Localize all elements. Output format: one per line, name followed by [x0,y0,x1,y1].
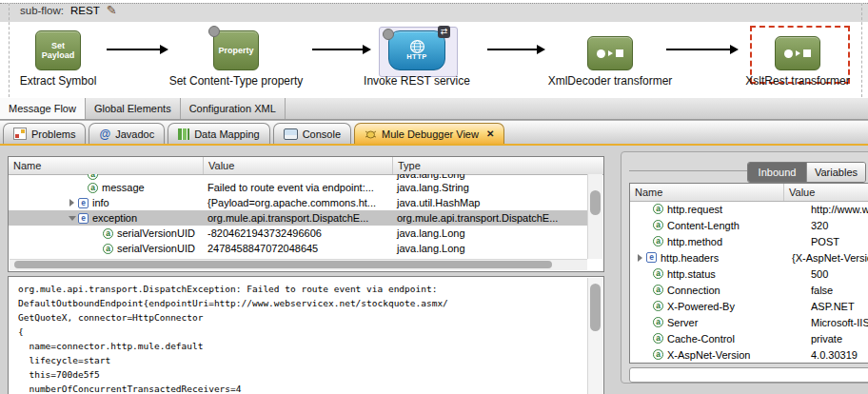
attribute-icon: a [653,268,663,279]
inspector-row-Server[interactable]: aServerMicrosoft-IIS/7.0 [630,314,868,330]
row-value: http://www.webs [807,204,868,215]
scrollbar-thumb[interactable] [14,261,552,268]
exception-vertical-scrollbar[interactable] [587,278,602,394]
row-name: info [92,197,109,208]
tab-console[interactable]: Console [273,123,351,144]
node-label: Set Content-Type property [169,74,304,88]
expand-arrow-icon[interactable] [634,251,646,265]
flow-node-xsltrest-transformer[interactable]: XsltRest transformer [717,27,868,88]
attribute-icon: a [103,228,113,239]
column-header-name[interactable]: Name [9,157,204,174]
row-name: message [102,182,145,193]
tree-row-serialVersionUID[interactable]: aserialVersionUID2478458847072048645java… [9,241,587,256]
breakpoint-dot-icon[interactable] [383,29,394,40]
scrollbar-thumb[interactable] [590,284,601,331]
inspector-row-Connection[interactable]: aConnectionfalse [630,282,868,298]
exception-text: org.mule.api.transport.DispatchException… [9,277,603,394]
row-value: -8204621943732496606 [204,227,393,239]
data-mapping-icon [178,128,189,140]
message-tree-table: Name Value Type ajava.lang.LongamessageF… [8,156,604,272]
inspector-row-http.headers[interactable]: ehttp.headers{X-AspNet-Versio [630,249,868,266]
expand-arrow-icon[interactable] [66,196,78,209]
row-value: {X-AspNet-Versio [788,252,868,264]
scrollbar-thumb[interactable] [590,190,601,215]
flow-node-extract-symbol[interactable]: Set Payload Extract Symbol [0,27,139,88]
set-payload-icon: Set Payload [35,30,81,70]
flow-arrow [666,49,731,50]
attribute-icon: a [653,301,663,311]
node-label: XsltRest transformer [745,74,849,88]
row-name: X-AspNet-Version [667,349,750,361]
flow-node-xmldecoder-transformer[interactable]: XmlDecoder transformer [529,27,691,88]
tree-table-body: ajava.lang.LongamessageFailed to route e… [9,174,587,259]
tree-horizontal-scrollbar[interactable] [10,259,587,270]
tree-row-info[interactable]: einfo{Payload=org.apache.commons.ht...ja… [9,195,587,210]
element-icon: e [646,252,657,263]
debugger-bug-icon [365,128,377,140]
mule-studio-window: sub-flow: REST ✎ Set Payload Extract Sym… [0,0,868,394]
row-name: http.status [667,268,716,280]
mule-debugger-content: Name Value Type ajava.lang.LongamessageF… [0,144,868,394]
subflow-label: sub-flow: [20,5,64,16]
tab-configuration-xml[interactable]: Configuration XML [181,98,286,119]
inspector-tab-group: Inbound Variables [747,162,866,183]
problems-icon [13,128,27,140]
flow-arrow [487,49,538,50]
column-header-value[interactable]: Value [784,184,868,201]
tab-problems[interactable]: Problems [3,123,86,144]
row-value: false [807,285,868,296]
tree-table-header: Name Value Type [9,157,603,175]
node-label: Extract Symbol [20,74,97,88]
tree-row-message[interactable]: amessageFailed to route event via endpoi… [9,180,587,195]
row-value: ASP.NET [807,301,868,312]
column-header-value[interactable]: Value [204,157,393,174]
row-name: X-Powered-By [667,301,735,312]
flow-node-invoke-rest-service[interactable]: ⇄ HTTP Invoke REST service [336,27,498,88]
property-icon: Property [213,30,259,70]
subflow-scope-strip [0,3,868,22]
row-name: serialVersionUID [117,227,195,239]
tree-row-serialVersionUID[interactable]: aserialVersionUID-8204621943732496606jav… [9,226,587,241]
row-name: Connection [667,285,720,296]
inspector-row-Cache-Control[interactable]: aCache-Controlprivate [630,330,868,346]
column-header-type[interactable]: Type [393,157,603,174]
node-label: Invoke REST service [364,74,470,88]
column-header-name[interactable]: Name [630,184,784,201]
tree-vertical-scrollbar[interactable] [587,174,602,259]
attribute-icon: a [653,285,663,295]
inspector-table-body: ahttp.requesthttp://www.websaContent-Len… [630,201,868,363]
inspector-row-X-Powered-By[interactable]: aX-Powered-ByASP.NET [630,298,868,314]
transformer-icon [775,36,820,70]
view-tab-bar: Problems @ Javadoc Data Mapping Console … [0,120,868,144]
collapse-arrow-icon[interactable] [66,211,78,225]
attribute-icon: a [88,174,98,180]
row-value: org.mule.api.transport.DispatchE... [204,212,393,224]
at-icon: @ [99,128,110,140]
breakpoint-dot-icon[interactable] [208,26,220,37]
row-name: http.headers [661,252,719,264]
inspector-row-http.status[interactable]: ahttp.status500 [630,266,868,282]
tab-mule-debugger-view[interactable]: Mule Debugger View ✕ [354,123,504,144]
flow-node-set-content-type[interactable]: Property Set Content-Type property [155,27,317,88]
tab-javadoc[interactable]: @ Javadoc [89,123,165,144]
row-type: java.lang.Long [393,174,587,180]
tab-inbound[interactable]: Inbound [748,163,806,182]
inspector-row-http.method[interactable]: ahttp.methodPOST [630,233,868,249]
http-connector-icon: HTTP [388,30,445,70]
tab-variables[interactable]: Variables [806,163,865,182]
tab-global-elements[interactable]: Global Elements [86,98,181,119]
edit-icon[interactable]: ✎ [107,5,117,16]
inspector-row-Content-Length[interactable]: aContent-Length320 [630,217,868,233]
close-icon[interactable]: ✕ [486,128,494,139]
row-type: java.lang.String [393,182,587,193]
row-value: 320 [807,220,868,231]
attribute-icon: a [653,349,663,360]
exception-detail-box[interactable]: org.mule.api.transport.DispatchException… [8,276,604,394]
flow-canvas[interactable]: sub-flow: REST ✎ Set Payload Extract Sym… [0,0,868,98]
inspector-row-X-AspNet-Version[interactable]: aX-AspNet-Version4.0.30319 [630,346,868,363]
attribute-icon: a [653,333,663,344]
tab-data-mapping[interactable]: Data Mapping [168,123,270,144]
tree-row-exception[interactable]: eexceptionorg.mule.api.transport.Dispatc… [9,210,587,226]
inspector-row-http.request[interactable]: ahttp.requesthttp://www.webs [630,201,868,217]
tab-message-flow[interactable]: Message Flow [0,98,86,119]
